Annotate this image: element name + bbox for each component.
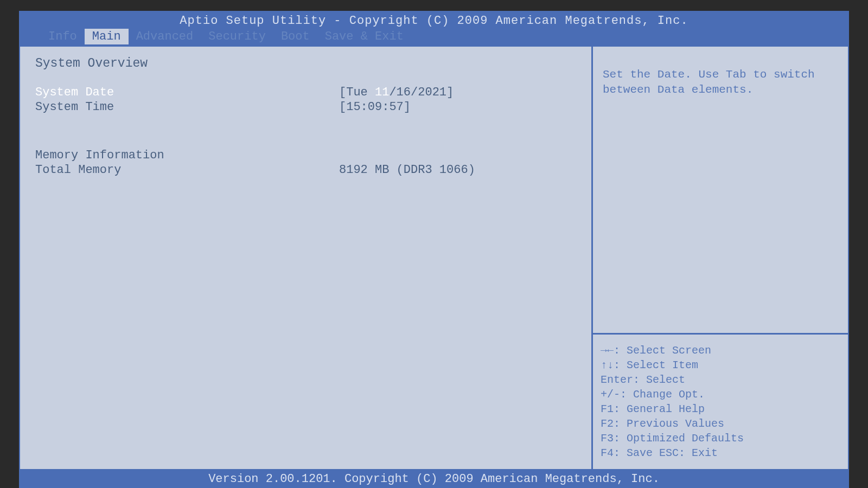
- bios-window: Aptio Setup Utility - Copyright (C) 2009…: [19, 11, 849, 488]
- help-text: Set the Date. Use Tab to switch between …: [603, 68, 815, 96]
- right-column: Set the Date. Use Tab to switch between …: [593, 47, 848, 469]
- system-date-label: System Date: [35, 86, 339, 99]
- title-bar: Aptio Setup Utility - Copyright (C) 2009…: [19, 11, 849, 29]
- tab-main[interactable]: Main: [85, 29, 129, 44]
- footer-text: Version 2.00.1201. Copyright (C) 2009 Am…: [208, 472, 660, 486]
- key-select-item: ↑↓: Select Item: [601, 358, 840, 373]
- tab-security[interactable]: Security: [201, 29, 273, 44]
- system-date-value[interactable]: [Tue 11/16/2021]: [339, 86, 454, 99]
- total-memory-label: Total Memory: [35, 163, 339, 177]
- system-overview-heading: System Overview: [35, 56, 576, 70]
- date-prefix: [Tue: [339, 86, 375, 99]
- system-time-label: System Time: [35, 100, 339, 114]
- key-general-help: F1: General Help: [601, 402, 840, 416]
- key-previous-values: F2: Previous Values: [601, 416, 840, 431]
- key-enter: Enter: Select: [601, 373, 840, 387]
- key-select-screen: →←: Select Screen: [601, 343, 840, 358]
- tab-boot[interactable]: Boot: [273, 29, 317, 44]
- footer-bar: Version 2.00.1201. Copyright (C) 2009 Am…: [19, 470, 849, 488]
- title-text: Aptio Setup Utility - Copyright (C) 2009…: [180, 14, 688, 28]
- total-memory-value: 8192 MB (DDR3 1066): [339, 163, 475, 177]
- tab-advanced[interactable]: Advanced: [129, 29, 201, 44]
- tab-bar: Info Main Advanced Security Boot Save & …: [19, 29, 849, 47]
- memory-information-heading: Memory Information: [35, 149, 339, 162]
- memory-information-row: Memory Information: [35, 149, 576, 162]
- spacer: [35, 115, 576, 149]
- tab-saveexit[interactable]: Save & Exit: [317, 29, 411, 44]
- system-time-row[interactable]: System Time [15:09:57]: [35, 100, 576, 114]
- key-save-exit: F4: Save ESC: Exit: [601, 446, 840, 460]
- key-optimized-defaults: F3: Optimized Defaults: [601, 431, 840, 446]
- key-change-opt: +/-: Change Opt.: [601, 387, 840, 402]
- tab-info[interactable]: Info: [41, 29, 85, 44]
- content-area: System Overview System Date [Tue 11/16/2…: [19, 47, 849, 470]
- key-legend-panel: →←: Select Screen ↑↓: Select Item Enter:…: [593, 333, 848, 469]
- date-month-selected: 11: [375, 86, 389, 99]
- system-date-row[interactable]: System Date [Tue 11/16/2021]: [35, 86, 576, 99]
- date-suffix: /16/2021]: [389, 86, 454, 99]
- total-memory-row: Total Memory 8192 MB (DDR3 1066): [35, 163, 576, 177]
- main-panel: System Overview System Date [Tue 11/16/2…: [20, 47, 593, 469]
- help-panel: Set the Date. Use Tab to switch between …: [593, 47, 848, 333]
- system-time-value[interactable]: [15:09:57]: [339, 100, 411, 114]
